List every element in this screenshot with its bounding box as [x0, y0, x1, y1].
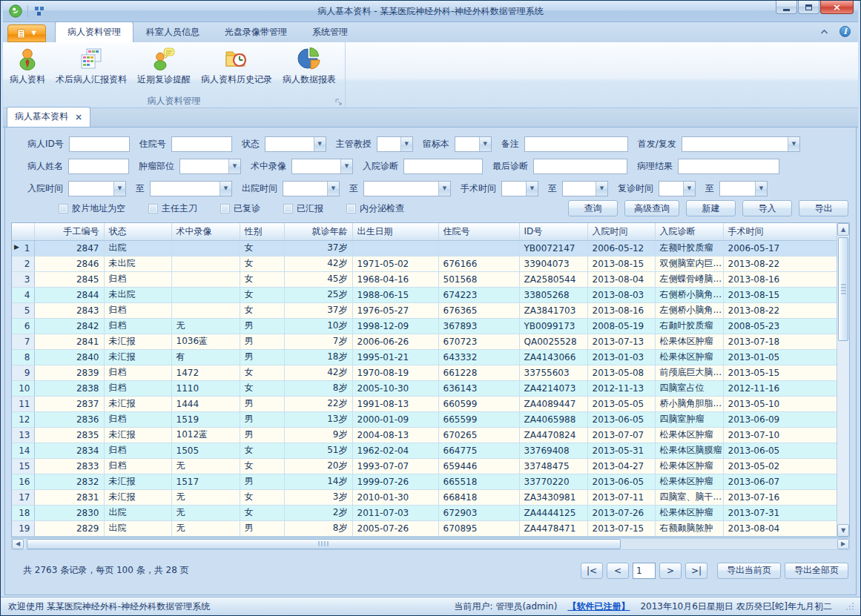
table-row[interactable]: 112837未汇报1444男22岁1991-08-13660599ZA40894… — [12, 396, 837, 411]
table-row[interactable]: 52843归档女37岁1976-05-27676365ZA38417032013… — [12, 302, 837, 318]
reported-checkbox[interactable]: 已汇报 — [283, 202, 323, 215]
revisit-time-to-dropdown[interactable]: ▼ — [719, 181, 768, 196]
chief-surgeon-checkbox[interactable]: 主任主刀 — [148, 202, 197, 215]
combo-dropdown-icon[interactable]: ▼ — [340, 159, 352, 173]
table-row[interactable]: 142834归档1505女51岁1962-02-0466477533769408… — [12, 443, 837, 458]
tab-patient-basic-info[interactable]: 病人基本资料 × — [7, 107, 90, 127]
advanced-query-button[interactable]: 高级查询 — [624, 200, 679, 216]
column-header-manual-no[interactable]: 手工编号 — [34, 223, 104, 240]
ribbon-tab-0[interactable]: 病人资料管理 — [55, 21, 133, 42]
next-page-button[interactable]: > — [659, 563, 682, 579]
scroll-left-icon[interactable]: ◀ — [12, 539, 24, 549]
ribbon-button-4[interactable]: 病人数据报表 — [277, 44, 341, 94]
import-button[interactable]: 导入 — [742, 200, 792, 216]
horizontal-scrollbar[interactable]: ◀ ▶ — [11, 538, 850, 550]
table-row[interactable]: ▶12847出院女37岁YB00721472006-05-12左额叶胶质瘤200… — [12, 240, 837, 256]
combo-dropdown-icon[interactable]: ▼ — [438, 182, 450, 196]
combo-dropdown-icon[interactable]: ▼ — [755, 182, 767, 196]
page-input[interactable] — [633, 563, 656, 579]
surgery-time-to-dropdown[interactable]: ▼ — [562, 181, 608, 196]
combo-dropdown-icon[interactable]: ▼ — [683, 182, 695, 196]
admission-time-from-dropdown[interactable]: ▼ — [68, 181, 126, 196]
app-menu-button[interactable]: ▼ — [7, 24, 46, 42]
column-header-surgery-time[interactable]: 手术时间 — [723, 223, 837, 240]
combo-dropdown-icon[interactable]: ▼ — [596, 182, 607, 196]
surgery-video-dropdown[interactable]: ▼ — [291, 159, 353, 174]
discharge-time-from-dropdown[interactable]: ▼ — [283, 181, 340, 196]
dialog-launcher-icon[interactable] — [335, 99, 342, 105]
query-button[interactable]: 查询 — [568, 200, 618, 216]
ribbon-button-1[interactable]: 术后病人汇报资料 — [50, 44, 132, 94]
column-header-admission-time[interactable]: 入院时间 — [587, 223, 655, 240]
combo-dropdown-icon[interactable]: ▼ — [526, 182, 538, 196]
revisit-time-from-dropdown[interactable]: ▼ — [659, 181, 696, 196]
combo-dropdown-icon[interactable]: ▼ — [228, 159, 240, 173]
table-row[interactable]: 182830出院无女2岁2011-07-03672903ZA4444125201… — [12, 505, 837, 520]
remark-input[interactable] — [524, 136, 628, 152]
endocrine-exam-checkbox[interactable]: 内分泌检查 — [346, 202, 404, 215]
first-or-relapse-dropdown[interactable]: ▼ — [682, 136, 800, 152]
discharge-time-to-dropdown[interactable]: ▼ — [363, 181, 451, 196]
final-diagnosis-input[interactable] — [533, 159, 627, 174]
export-all-pages-button[interactable]: 导出全部页 — [785, 563, 848, 579]
table-row[interactable]: 122836归档1519男13岁2000-01-09665599ZA406598… — [12, 411, 837, 427]
table-row[interactable]: 132835未汇报1012蓝男9岁2004-08-13670265ZA44708… — [12, 427, 837, 443]
revisited-checkbox[interactable]: 已复诊 — [220, 202, 260, 215]
status-dropdown[interactable]: ▼ — [265, 136, 326, 152]
ribbon-button-3[interactable]: 病人资料历史记录 — [196, 44, 277, 94]
surgery-time-from-dropdown[interactable]: ▼ — [501, 181, 538, 196]
vertical-scroll-thumb[interactable] — [838, 237, 848, 341]
maximize-button[interactable] — [798, 1, 819, 14]
export-button[interactable]: 导出 — [799, 200, 848, 216]
table-row[interactable]: 192829出院无男8岁2005-07-26670895ZA4478471201… — [12, 520, 837, 536]
column-header-gender[interactable]: 性别 — [240, 223, 284, 240]
table-row[interactable]: 102838归档1110女8岁2005-10-30636143ZA4214073… — [12, 380, 837, 396]
table-row[interactable]: 72841未汇报1036蓝男7岁2006-06-26670723QA002552… — [12, 334, 837, 349]
ribbon-tab-1[interactable]: 科室人员信息 — [133, 21, 212, 42]
column-header-hospital-no[interactable]: 住院号 — [438, 223, 519, 240]
table-row[interactable]: 172831未汇报无女3岁2010-01-30668418ZA343098120… — [12, 489, 837, 505]
column-header-row-indicator[interactable] — [12, 223, 34, 240]
vertical-scroll-track[interactable] — [837, 236, 849, 524]
scroll-right-icon[interactable]: ▶ — [837, 539, 849, 549]
last-page-button[interactable]: >| — [685, 563, 707, 579]
combo-dropdown-icon[interactable]: ▼ — [400, 137, 412, 151]
tab-close-icon[interactable]: × — [75, 113, 82, 122]
info-icon[interactable]: i — [839, 26, 851, 37]
admission-time-to-dropdown[interactable]: ▼ — [150, 181, 232, 196]
resize-grip[interactable] — [845, 602, 854, 611]
combo-dropdown-icon[interactable]: ▼ — [479, 137, 491, 151]
column-header-surgery-video[interactable]: 术中录像 — [171, 223, 240, 240]
horizontal-scroll-thumb[interactable] — [27, 539, 621, 549]
tumor-site-dropdown[interactable]: ▼ — [179, 159, 241, 174]
export-current-page-button[interactable]: 导出当前页 — [717, 563, 781, 579]
patient-name-input[interactable] — [68, 159, 129, 174]
collapse-ribbon-icon[interactable] — [819, 29, 829, 35]
table-row[interactable]: 32845归档女45岁1968-04-16501568ZA25805442013… — [12, 271, 837, 287]
minimize-button[interactable] — [776, 1, 797, 14]
pathology-result-input[interactable] — [678, 159, 779, 174]
close-button[interactable]: × — [820, 1, 854, 14]
new-button[interactable]: 新建 — [686, 200, 736, 216]
app-logo-icon[interactable] — [8, 4, 23, 19]
horizontal-scroll-track[interactable] — [24, 539, 837, 549]
combo-dropdown-icon[interactable]: ▼ — [314, 137, 326, 151]
table-row[interactable]: 162832未汇报1517男14岁1999-07-266655183377022… — [12, 474, 837, 489]
table-row[interactable]: 82840未汇报有男18岁1995-01-21643332ZA414306620… — [12, 349, 837, 365]
hospital-no-input[interactable] — [171, 136, 232, 152]
table-row[interactable]: 92839归档1472女42岁1970-08-19661228337556032… — [12, 365, 837, 380]
film-address-empty-checkbox[interactable]: 胶片地址为空 — [59, 202, 125, 215]
patient-id-input[interactable] — [69, 136, 130, 152]
vertical-scrollbar[interactable]: ▲ ▼ — [837, 223, 849, 537]
table-row[interactable]: 22846未出院女42岁1971-05-02676166339040732013… — [12, 256, 837, 271]
combo-dropdown-icon[interactable]: ▼ — [113, 182, 125, 196]
registered-link[interactable]: 【软件已注册】 — [567, 600, 630, 613]
column-header-birth-date[interactable]: 出生日期 — [352, 223, 438, 240]
scroll-up-icon[interactable]: ▲ — [837, 223, 849, 236]
first-page-button[interactable]: |< — [581, 563, 603, 579]
combo-dropdown-icon[interactable]: ▼ — [327, 182, 339, 196]
table-row[interactable]: 42844未出院女25岁1988-06-15674223338052682013… — [12, 287, 837, 302]
prev-page-button[interactable]: < — [607, 563, 629, 579]
table-row[interactable]: 152833归档无女20岁1993-07-0765944633748475201… — [12, 458, 837, 474]
column-header-id-no[interactable]: ID号 — [519, 223, 587, 240]
